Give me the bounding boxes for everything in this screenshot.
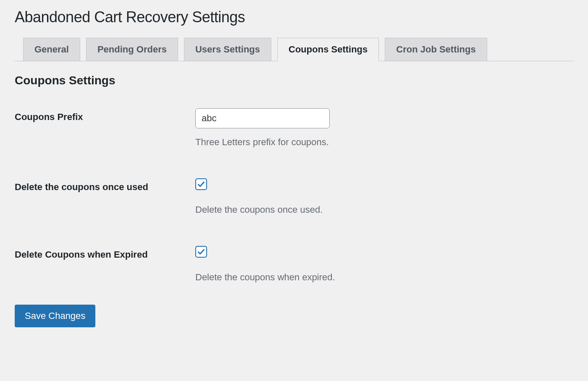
field-delete-expired: Delete the coupons when expired. [195, 246, 573, 284]
check-icon [197, 180, 205, 188]
page-title: Abandoned Cart Recovery Settings [15, 8, 573, 26]
help-coupons-prefix: Three Letters prefix for coupons. [195, 136, 573, 149]
label-delete-expired: Delete Coupons when Expired [15, 246, 195, 284]
tabs: General Pending Orders Users Settings Co… [15, 38, 573, 61]
tabs-wrapper: General Pending Orders Users Settings Co… [15, 38, 573, 61]
section-heading: Coupons Settings [15, 74, 573, 87]
tab-users-settings[interactable]: Users Settings [184, 38, 271, 61]
field-coupons-prefix: Three Letters prefix for coupons. [195, 108, 573, 149]
checkbox-delete-used[interactable] [195, 178, 207, 190]
label-coupons-prefix: Coupons Prefix [15, 108, 195, 149]
row-coupons-prefix: Coupons Prefix Three Letters prefix for … [15, 108, 573, 149]
help-delete-used: Delete the coupons once used. [195, 204, 573, 217]
help-delete-expired: Delete the coupons when expired. [195, 271, 573, 284]
tab-pending-orders[interactable]: Pending Orders [86, 38, 178, 61]
tab-general[interactable]: General [23, 38, 80, 61]
coupons-prefix-input[interactable] [195, 108, 330, 128]
row-delete-used: Delete the coupons once used Delete the … [15, 178, 573, 217]
tab-cron-job-settings[interactable]: Cron Job Settings [385, 38, 487, 61]
row-delete-expired: Delete Coupons when Expired Delete the c… [15, 246, 573, 284]
checkbox-delete-expired[interactable] [195, 246, 207, 258]
check-icon [197, 248, 205, 256]
field-delete-used: Delete the coupons once used. [195, 178, 573, 217]
save-button[interactable]: Save Changes [15, 305, 95, 327]
label-delete-used: Delete the coupons once used [15, 178, 195, 217]
tab-coupons-settings[interactable]: Coupons Settings [277, 38, 379, 61]
